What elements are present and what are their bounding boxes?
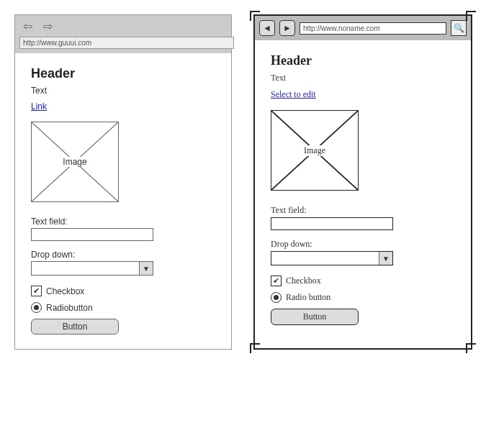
image-placeholder: Image: [31, 122, 119, 202]
checkbox[interactable]: ✔: [271, 276, 282, 286]
radio-label: Radio button: [286, 292, 330, 303]
dropdown[interactable]: ▼: [31, 261, 153, 276]
dropdown[interactable]: ▼: [271, 251, 393, 265]
browser-toolbar: ⇦ ⇨: [15, 15, 231, 37]
forward-icon[interactable]: ⇨: [40, 19, 55, 32]
page-header: Header: [271, 53, 455, 68]
page-header: Header: [31, 66, 215, 81]
checkbox-label: Checkbox: [286, 276, 321, 286]
wireframe-clean: ⇦ ⇨ Header Text Link Image Text field: D…: [14, 14, 232, 350]
submit-button[interactable]: Button: [271, 309, 359, 325]
checkbox-label: Checkbox: [46, 286, 84, 296]
image-placeholder-label: Image: [301, 145, 328, 156]
dropdown-label: Drop down:: [31, 250, 215, 260]
chevron-down-icon[interactable]: ▼: [379, 252, 392, 265]
textfield-label: Text field:: [271, 205, 455, 216]
textfield-label: Text field:: [31, 217, 215, 227]
text-field[interactable]: [271, 217, 393, 230]
dropdown-label: Drop down:: [271, 239, 455, 250]
radio-button[interactable]: [31, 302, 42, 313]
search-icon[interactable]: 🔍: [451, 20, 467, 36]
page-link[interactable]: Link: [31, 101, 47, 112]
body-text: Text: [271, 73, 455, 83]
image-placeholder: Image: [271, 110, 359, 191]
browser-toolbar: ◄ ► 🔍: [255, 16, 471, 40]
page-content: Header Text Link Image Text field: Drop …: [15, 53, 231, 349]
body-text: Text: [31, 86, 215, 96]
dropdown-value: [271, 252, 379, 265]
radio-button[interactable]: [271, 292, 282, 303]
image-placeholder-label: Image: [60, 157, 89, 167]
chevron-down-icon[interactable]: ▼: [139, 262, 153, 275]
forward-icon[interactable]: ►: [279, 20, 295, 36]
wireframe-sketch: ◄ ► 🔍 Header Text Select to edit Image T…: [253, 14, 472, 350]
page-link[interactable]: Select to edit: [271, 89, 316, 99]
page-content: Header Text Select to edit Image Text fi…: [255, 40, 471, 348]
submit-button[interactable]: Button: [31, 319, 119, 335]
radio-label: Radiobutton: [46, 303, 93, 313]
address-bar[interactable]: [19, 37, 234, 49]
back-icon[interactable]: ◄: [259, 20, 275, 36]
address-bar[interactable]: [300, 22, 446, 35]
dropdown-value: [32, 262, 139, 275]
back-icon[interactable]: ⇦: [19, 19, 35, 32]
text-field[interactable]: [31, 228, 153, 241]
checkbox[interactable]: ✔: [31, 286, 42, 296]
